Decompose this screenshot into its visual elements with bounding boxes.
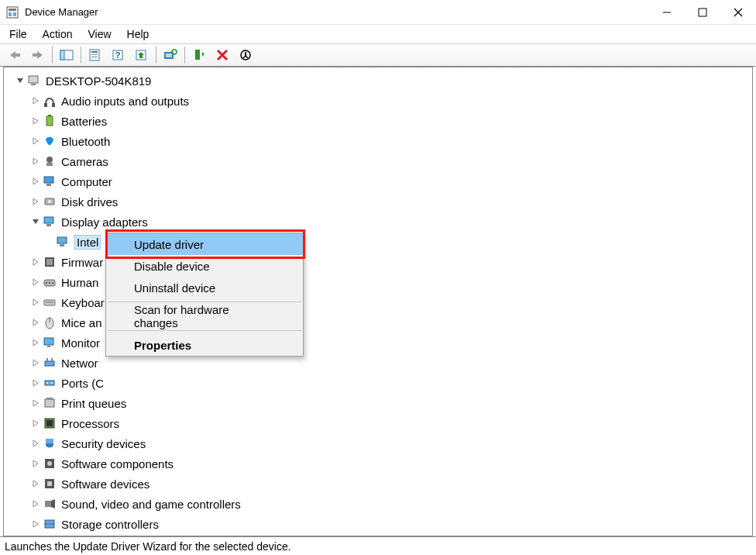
svg-rect-3 bbox=[13, 12, 16, 16]
tree-root[interactable]: DESKTOP-504K819 bbox=[4, 71, 752, 91]
svg-point-46 bbox=[49, 282, 50, 284]
chevron-right-icon[interactable] bbox=[30, 95, 41, 106]
context-update-label: Update driver bbox=[134, 238, 204, 251]
category-label: Bluetooth bbox=[61, 135, 110, 148]
chevron-right-icon[interactable] bbox=[30, 257, 41, 267]
menu-action[interactable]: Action bbox=[43, 28, 73, 40]
category-icon bbox=[43, 195, 57, 209]
chevron-right-icon[interactable] bbox=[30, 498, 41, 509]
context-disable-label: Disable device bbox=[134, 260, 210, 273]
status-bar: Launches the Update Driver Wizard for th… bbox=[0, 536, 756, 555]
svg-rect-30 bbox=[46, 116, 53, 126]
tree-category[interactable]: Computer bbox=[4, 171, 752, 191]
context-uninstall-label: Uninstall device bbox=[134, 281, 215, 295]
svg-rect-28 bbox=[44, 103, 47, 107]
tree-category[interactable]: Software components bbox=[4, 453, 752, 474]
tree-category[interactable]: Sound, video and game controllers bbox=[4, 494, 752, 514]
properties-button[interactable] bbox=[84, 45, 106, 65]
category-icon bbox=[43, 416, 57, 430]
svg-rect-63 bbox=[46, 420, 53, 426]
svg-rect-33 bbox=[46, 163, 53, 166]
chevron-right-icon[interactable] bbox=[30, 357, 41, 368]
context-properties[interactable]: Properties bbox=[106, 334, 303, 356]
tree-category[interactable]: Security devices bbox=[4, 433, 752, 453]
category-icon bbox=[43, 477, 57, 491]
tree-category[interactable]: Cameras bbox=[4, 151, 752, 171]
tree-category[interactable]: Bluetooth bbox=[4, 131, 752, 151]
svg-rect-26 bbox=[29, 76, 38, 83]
close-button[interactable] bbox=[720, 0, 756, 25]
tree-category[interactable]: Software devices bbox=[4, 474, 752, 494]
menu-help[interactable]: Help bbox=[127, 28, 149, 40]
chevron-right-icon[interactable] bbox=[30, 377, 41, 388]
category-icon bbox=[43, 396, 57, 410]
enable-device-button[interactable] bbox=[188, 45, 210, 65]
category-label: Human bbox=[61, 276, 98, 289]
chevron-right-icon[interactable] bbox=[30, 519, 41, 529]
update-driver-button[interactable] bbox=[131, 45, 153, 65]
menu-view[interactable]: View bbox=[88, 28, 111, 40]
svg-rect-20 bbox=[166, 53, 172, 57]
context-uninstall-device[interactable]: Uninstall device bbox=[106, 277, 303, 298]
uninstall-device-button[interactable] bbox=[211, 45, 233, 65]
context-properties-label: Properties bbox=[134, 339, 191, 352]
chevron-right-icon[interactable] bbox=[30, 337, 41, 348]
svg-rect-8 bbox=[15, 53, 20, 57]
context-disable-device[interactable]: Disable device bbox=[106, 255, 303, 277]
back-button[interactable] bbox=[4, 45, 26, 65]
context-update-driver[interactable]: Update driver bbox=[106, 233, 303, 255]
app-icon bbox=[6, 6, 19, 19]
chevron-right-icon[interactable] bbox=[30, 115, 41, 126]
svg-text:?: ? bbox=[115, 50, 121, 60]
chevron-right-icon[interactable] bbox=[30, 297, 41, 308]
chevron-right-icon[interactable] bbox=[30, 277, 41, 288]
tree-category[interactable]: Ports (C bbox=[4, 373, 752, 393]
category-icon bbox=[43, 134, 57, 148]
tree-category[interactable]: Processors bbox=[4, 413, 752, 433]
chevron-right-icon[interactable] bbox=[30, 196, 41, 207]
chevron-right-icon[interactable] bbox=[30, 317, 41, 328]
tree-category[interactable]: Disk drives bbox=[4, 191, 752, 212]
category-label: Firmwar bbox=[61, 256, 103, 269]
category-label: Networ bbox=[61, 357, 98, 370]
category-icon bbox=[43, 315, 57, 329]
category-icon bbox=[43, 436, 57, 450]
chevron-right-icon[interactable] bbox=[30, 478, 41, 489]
scan-hardware-button[interactable] bbox=[160, 45, 181, 65]
forward-button[interactable] bbox=[27, 45, 49, 65]
maximize-button[interactable] bbox=[685, 0, 720, 25]
tree-category[interactable]: Print queues bbox=[4, 393, 752, 413]
tree-category[interactable]: Storage controllers bbox=[4, 514, 752, 534]
menu-file[interactable]: File bbox=[9, 28, 27, 40]
category-label: Software devices bbox=[61, 477, 149, 491]
svg-rect-15 bbox=[91, 57, 98, 57]
chevron-right-icon[interactable] bbox=[30, 438, 41, 449]
chevron-right-icon[interactable] bbox=[30, 136, 41, 147]
svg-rect-68 bbox=[47, 481, 52, 486]
chevron-down-icon[interactable] bbox=[15, 75, 26, 86]
svg-rect-9 bbox=[33, 53, 37, 57]
help-button[interactable]: ? bbox=[108, 45, 129, 65]
chevron-right-icon[interactable] bbox=[30, 156, 41, 167]
display-adapter-icon bbox=[56, 235, 70, 249]
chevron-down-icon[interactable] bbox=[30, 216, 41, 227]
tree-category[interactable]: Batteries bbox=[4, 111, 752, 131]
minimize-button[interactable] bbox=[649, 0, 685, 25]
svg-rect-41 bbox=[60, 244, 64, 246]
category-label: Cameras bbox=[61, 155, 108, 168]
disable-device-button[interactable] bbox=[235, 45, 256, 65]
context-scan-hardware[interactable]: Scan for hardware changes bbox=[106, 305, 303, 327]
chevron-right-icon[interactable] bbox=[30, 398, 41, 408]
show-hide-tree-button[interactable] bbox=[56, 45, 77, 65]
category-label: Security devices bbox=[61, 437, 146, 450]
chevron-right-icon[interactable] bbox=[30, 458, 41, 469]
tree-category[interactable]: Display adapters bbox=[4, 212, 752, 232]
chevron-right-icon[interactable] bbox=[30, 418, 41, 429]
svg-rect-35 bbox=[46, 184, 51, 186]
category-label: Monitor bbox=[61, 336, 100, 350]
tree-category[interactable]: Audio inputs and outputs bbox=[4, 91, 752, 111]
chevron-right-icon[interactable] bbox=[30, 176, 41, 187]
category-label: Sound, video and game controllers bbox=[61, 498, 241, 511]
svg-rect-39 bbox=[46, 224, 51, 226]
status-text: Launches the Update Driver Wizard for th… bbox=[5, 540, 291, 553]
